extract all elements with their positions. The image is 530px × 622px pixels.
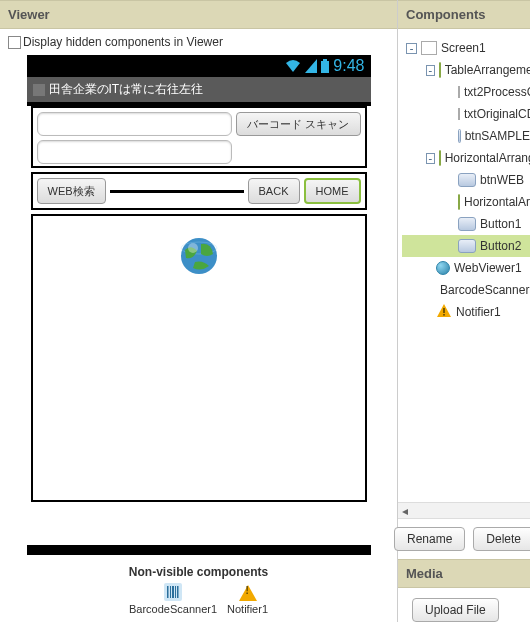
screen-icon: [421, 41, 437, 55]
media-panel-header: Media: [398, 559, 530, 588]
tree-node-horizontalarrangement[interactable]: - HorizontalArrangement1: [402, 147, 530, 169]
svg-rect-18: [443, 314, 445, 316]
node-label: txt2ProcessCD: [464, 85, 530, 99]
viewer-panel-header: Viewer: [0, 0, 397, 29]
node-label: WebViewer1: [454, 261, 522, 275]
node-label: Screen1: [441, 41, 486, 55]
node-label: Notifier1: [456, 305, 501, 319]
nonvisible-barcodescanner[interactable]: BarcodeScanner1: [129, 583, 217, 615]
barcode-icon: [164, 583, 182, 601]
signal-icon: [305, 59, 317, 73]
web-search-button[interactable]: WEB検索: [37, 178, 106, 204]
tree-node-button1[interactable]: Button1: [402, 213, 530, 235]
tree-node-btnweb[interactable]: btnWEB: [402, 169, 530, 191]
back-button[interactable]: BACK: [248, 178, 300, 204]
barcode-scan-button[interactable]: バーコード スキャン: [236, 112, 360, 136]
collapse-icon[interactable]: -: [426, 153, 435, 164]
app-title-label: 田舎企業のITは常に右往左往: [49, 81, 204, 98]
tree-node-notifier[interactable]: Notifier1: [402, 301, 530, 323]
globe-icon: [436, 261, 450, 275]
nonvisible-title: Non-visible components: [8, 565, 389, 579]
delete-button[interactable]: Delete: [473, 527, 530, 551]
collapse-icon[interactable]: -: [406, 43, 417, 54]
nv-label: Notifier1: [227, 603, 268, 615]
svg-rect-0: [321, 61, 329, 73]
svg-rect-17: [443, 308, 445, 313]
checkbox-icon: [8, 36, 21, 49]
phone-mock: 9:48 田舎企業のITは常に右往左往 バーコード スキャン WEB検索: [27, 55, 371, 555]
svg-rect-6: [167, 586, 169, 598]
container-icon: [439, 62, 441, 78]
tree-node-btnsample[interactable]: btnSAMPLE: [402, 125, 530, 147]
collapse-icon[interactable]: -: [426, 65, 435, 76]
tree-node-button2[interactable]: Button2: [402, 235, 530, 257]
nv-label: BarcodeScanner1: [129, 603, 217, 615]
horizontal-scrollbar[interactable]: ◂: [398, 502, 530, 518]
svg-rect-7: [170, 586, 171, 598]
svg-rect-10: [177, 586, 179, 598]
svg-rect-8: [172, 586, 174, 598]
battery-icon: [321, 59, 329, 73]
node-label: Button2: [480, 239, 521, 253]
globe-icon: [179, 236, 219, 276]
button-icon: [458, 129, 461, 143]
txt2processcd-input[interactable]: [37, 112, 233, 136]
button-icon: [458, 217, 476, 231]
button-icon: [458, 173, 476, 187]
tree-node-horizontalarrangement1[interactable]: HorizontalArrangement2: [402, 191, 530, 213]
tree-node-txt2processcd[interactable]: txt2ProcessCD: [402, 81, 530, 103]
horizontal-arrangement: WEB検索 BACK HOME: [31, 172, 367, 210]
nonvisible-notifier[interactable]: Notifier1: [227, 583, 268, 615]
node-label: TableArrangement1: [445, 63, 530, 77]
tree-node-screen1[interactable]: - Screen1: [402, 37, 530, 59]
scroll-left-icon[interactable]: ◂: [398, 504, 412, 518]
container-icon: [439, 150, 441, 166]
home-button[interactable]: HOME: [304, 178, 361, 204]
components-tree: - Screen1 - TableArrangement1 txt2Proces…: [398, 29, 530, 502]
table-arrangement: バーコード スキャン: [31, 106, 367, 168]
app-icon: [33, 84, 45, 96]
webviewer[interactable]: [31, 214, 367, 502]
container-icon: [458, 194, 460, 210]
node-label: HorizontalArrangement1: [445, 151, 530, 165]
tree-node-txtoriginalcd[interactable]: txtOriginalCD: [402, 103, 530, 125]
node-label: txtOriginalCD: [464, 107, 530, 121]
display-hidden-label: Display hidden components in Viewer: [23, 35, 223, 49]
node-label: Button1: [480, 217, 521, 231]
textbox-icon: [458, 108, 460, 120]
node-label: BarcodeScanner1: [440, 283, 530, 297]
app-title-bar: 田舎企業のITは常に右往左往: [27, 77, 371, 102]
warning-icon: [436, 303, 452, 322]
rename-button[interactable]: Rename: [394, 527, 465, 551]
warning-icon: [239, 583, 257, 601]
status-bar: 9:48: [27, 55, 371, 77]
tree-node-webviewer[interactable]: WebViewer1: [402, 257, 530, 279]
tree-node-barcodescanner[interactable]: BarcodeScanner1: [402, 279, 530, 301]
node-label: btnWEB: [480, 173, 524, 187]
txtoriginalcd-input[interactable]: [37, 140, 233, 164]
svg-point-4: [188, 243, 198, 253]
status-clock: 9:48: [333, 57, 364, 75]
svg-rect-1: [323, 59, 327, 61]
display-hidden-checkbox[interactable]: Display hidden components in Viewer: [8, 35, 389, 49]
spacer: [110, 178, 244, 204]
upload-file-button[interactable]: Upload File: [412, 598, 499, 622]
app-screen: バーコード スキャン WEB検索 BACK HOME: [27, 106, 371, 545]
wifi-icon: [285, 59, 301, 73]
node-label: HorizontalArrangement2: [464, 195, 530, 209]
node-label: btnSAMPLE: [465, 129, 530, 143]
svg-rect-9: [175, 586, 176, 598]
components-panel-header: Components: [398, 0, 530, 29]
button-icon: [458, 239, 476, 253]
textbox-icon: [458, 86, 460, 98]
tree-node-tablearrangement[interactable]: - TableArrangement1: [402, 59, 530, 81]
